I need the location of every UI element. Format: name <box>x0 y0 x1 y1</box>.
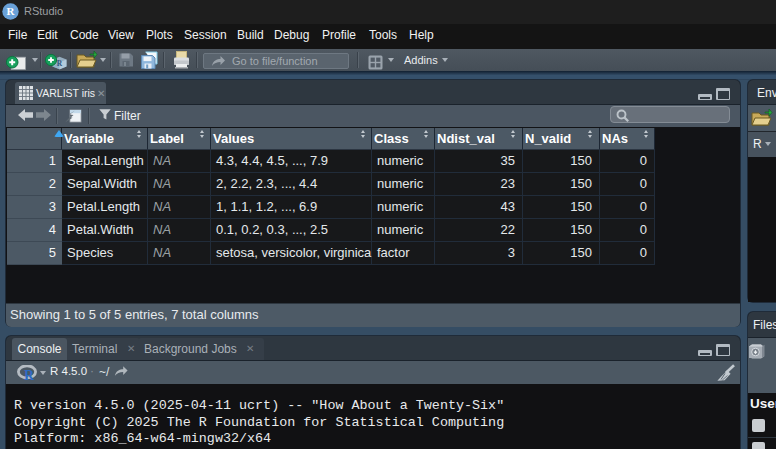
svg-text:R: R <box>24 368 35 383</box>
svg-text:R: R <box>7 5 16 17</box>
svg-text:R: R <box>57 59 63 68</box>
